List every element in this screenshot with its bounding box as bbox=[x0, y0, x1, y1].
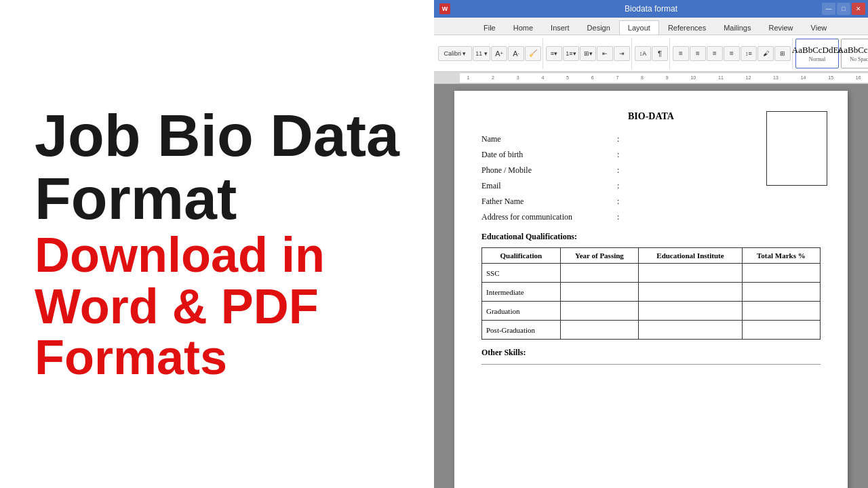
pilcrow-button[interactable]: ¶ bbox=[652, 46, 668, 61]
edu-table: QualificationYear of PassingEducational … bbox=[481, 247, 821, 340]
tab-mailings[interactable]: Mailings bbox=[715, 20, 760, 35]
style-nospacing-label: No Spacing bbox=[850, 56, 868, 62]
edu-col-header: Total Marks % bbox=[742, 248, 820, 264]
edu-cell bbox=[560, 302, 638, 321]
edu-cell bbox=[742, 321, 820, 340]
field-label: Name bbox=[481, 134, 617, 144]
ribbon-toolbar: Calibri ▾ 11 ▾ A+ A- 🧹 ≡▾ 1≡▾ ⊞▾ ⇤ ⇥ ↕A … bbox=[434, 35, 868, 72]
decrease-indent-button[interactable]: ⇤ bbox=[597, 46, 613, 61]
window-controls[interactable]: — □ ✕ bbox=[822, 3, 865, 15]
title-line4: Word & PDF bbox=[35, 281, 399, 333]
field-row: Address for communication : bbox=[481, 212, 821, 222]
multilevel-button[interactable]: ⊞▾ bbox=[580, 46, 596, 61]
other-skills-heading: Other Skills: bbox=[481, 348, 821, 358]
sort-button[interactable]: ↕A bbox=[635, 46, 651, 61]
edu-section-heading: Educational Qualifications: bbox=[481, 232, 821, 242]
align-group: ≡ ≡ ≡ ≡ ↕≡ 🖌 ⊞ bbox=[671, 38, 793, 69]
right-panel: W Biodata format — □ ✕ File Home Insert … bbox=[434, 0, 868, 488]
edu-body: SSCIntermediateGraduationPost-Graduation bbox=[482, 264, 821, 340]
edu-cell bbox=[742, 264, 820, 283]
style-normal-preview: AaBbCcDdEe bbox=[792, 45, 842, 56]
tab-references[interactable]: References bbox=[659, 20, 715, 35]
align-center-button[interactable]: ≡ bbox=[690, 46, 706, 61]
tab-file[interactable]: File bbox=[475, 20, 505, 35]
field-label: Email bbox=[481, 181, 617, 191]
title-line3: Download in bbox=[35, 230, 399, 281]
window-title: Biodata format bbox=[625, 4, 677, 14]
ruler: 1 2 3 4 5 6 7 8 9 10 11 12 13 14 15 16 bbox=[434, 72, 868, 84]
line-spacing-button[interactable]: ↕≡ bbox=[741, 46, 757, 61]
ruler-white-area: 1 2 3 4 5 6 7 8 9 10 11 12 13 14 15 16 bbox=[460, 73, 868, 83]
tab-layout[interactable]: Layout bbox=[619, 20, 659, 35]
styles-group: AaBbCcDdEe Normal AaBbCcDdEe No Spacing … bbox=[794, 38, 868, 69]
doc-body[interactable]: BIO-DATA Name : Date of birth : Phone / … bbox=[434, 84, 868, 488]
tab-home[interactable]: Home bbox=[505, 20, 542, 35]
edu-row: Graduation bbox=[482, 302, 821, 321]
increase-indent-button[interactable]: ⇥ bbox=[614, 46, 630, 61]
field-colon: : bbox=[617, 150, 619, 160]
style-no-spacing[interactable]: AaBbCcDdEe No Spacing bbox=[841, 39, 868, 68]
word-icon: W bbox=[439, 3, 450, 14]
tab-review[interactable]: Review bbox=[760, 20, 802, 35]
edu-cell: Post-Graduation bbox=[482, 321, 561, 340]
field-colon: : bbox=[617, 181, 619, 191]
style-normal[interactable]: AaBbCcDdEe Normal bbox=[795, 39, 839, 68]
edu-col-header: Qualification bbox=[482, 248, 561, 264]
field-colon: : bbox=[617, 212, 619, 222]
edu-row: Post-Graduation bbox=[482, 321, 821, 340]
edu-cell bbox=[639, 302, 743, 321]
title-line2: Format bbox=[35, 167, 399, 230]
title-line5: Formats bbox=[35, 332, 399, 384]
bullets-button[interactable]: ≡▾ bbox=[546, 46, 562, 61]
tab-insert[interactable]: Insert bbox=[542, 20, 578, 35]
field-label: Phone / Mobile bbox=[481, 165, 617, 176]
field-colon: : bbox=[617, 197, 619, 207]
grow-font-button[interactable]: A+ bbox=[491, 46, 507, 61]
edu-cell bbox=[742, 283, 820, 302]
paragraph-group: ≡▾ 1≡▾ ⊞▾ ⇤ ⇥ bbox=[545, 38, 632, 69]
field-label: Father Name bbox=[481, 197, 617, 207]
ribbon-tabs: File Home Insert Design Layout Reference… bbox=[434, 18, 868, 35]
sort-group: ↕A ¶ bbox=[633, 38, 670, 69]
borders-button[interactable]: ⊞ bbox=[774, 46, 791, 61]
field-label: Date of birth bbox=[481, 150, 617, 160]
edu-cell bbox=[560, 283, 638, 302]
align-left-button[interactable]: ≡ bbox=[673, 46, 689, 61]
ruler-content: 1 2 3 4 5 6 7 8 9 10 11 12 13 14 15 16 bbox=[448, 73, 868, 83]
field-label: Address for communication bbox=[481, 212, 617, 222]
clear-format-button[interactable]: 🧹 bbox=[525, 46, 541, 61]
maximize-button[interactable]: □ bbox=[837, 3, 850, 15]
edu-cell bbox=[639, 321, 743, 340]
font-name-button[interactable]: Calibri ▾ bbox=[438, 46, 472, 61]
title-bar: W Biodata format — □ ✕ bbox=[434, 0, 868, 18]
edu-row: SSC bbox=[482, 264, 821, 283]
close-button[interactable]: ✕ bbox=[852, 3, 865, 15]
left-panel: Job Bio Data Format Download in Word & P… bbox=[0, 0, 434, 488]
tab-design[interactable]: Design bbox=[578, 20, 619, 35]
edu-col-header: Educational Institute bbox=[639, 248, 743, 264]
edu-cell bbox=[560, 321, 638, 340]
minimize-button[interactable]: — bbox=[822, 3, 835, 15]
edu-cell bbox=[742, 302, 820, 321]
font-size-button[interactable]: 11 ▾ bbox=[473, 46, 490, 61]
field-colon: : bbox=[617, 165, 619, 176]
edu-cell bbox=[639, 264, 743, 283]
edu-cell: Intermediate bbox=[482, 283, 561, 302]
shading-button[interactable]: 🖌 bbox=[757, 46, 774, 61]
edu-header-row: QualificationYear of PassingEducational … bbox=[482, 248, 821, 264]
skills-underline bbox=[481, 361, 821, 365]
style-nospacing-preview: AaBbCcDdEe bbox=[837, 45, 868, 56]
edu-col-header: Year of Passing bbox=[560, 248, 638, 264]
style-normal-label: Normal bbox=[809, 56, 825, 62]
field-colon: : bbox=[617, 134, 619, 144]
align-right-button[interactable]: ≡ bbox=[707, 46, 723, 61]
numbering-button[interactable]: 1≡▾ bbox=[563, 46, 579, 61]
edu-cell bbox=[560, 264, 638, 283]
tab-view[interactable]: View bbox=[802, 20, 836, 35]
edu-cell: Graduation bbox=[482, 302, 561, 321]
photo-box bbox=[766, 111, 827, 186]
doc-page: BIO-DATA Name : Date of birth : Phone / … bbox=[454, 91, 848, 488]
justify-button[interactable]: ≡ bbox=[724, 46, 740, 61]
edu-cell bbox=[639, 283, 743, 302]
shrink-font-button[interactable]: A- bbox=[508, 46, 524, 61]
